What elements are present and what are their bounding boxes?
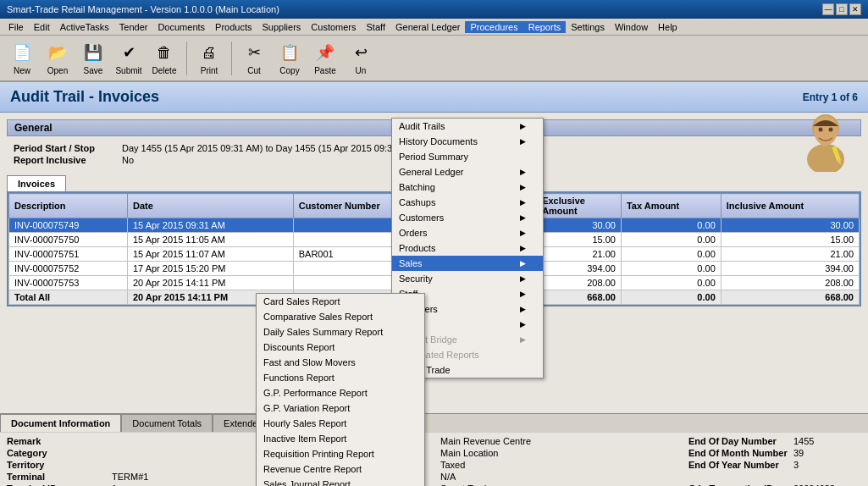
cell-5: 0.00 <box>621 233 721 247</box>
cell-1: 17 Apr 2015 15:20 PM <box>127 262 293 276</box>
submit-button[interactable]: ✔ Submit <box>113 39 144 77</box>
period-value: Day 1455 (15 Apr 2015 09:31 AM) to Day 1… <box>122 143 417 153</box>
menu-sales-sub[interactable]: Sales▶ <box>392 256 543 271</box>
menu-products[interactable]: Products <box>210 21 257 33</box>
page-title: Audit Trail - Invoices <box>10 88 159 106</box>
bottom-info: Remark Revenue Centre Main Revenue Centr… <box>0 432 868 486</box>
cell-4: 394.00 <box>537 262 622 276</box>
close-button[interactable]: ✕ <box>849 3 861 15</box>
cut-button[interactable]: ✂ Cut <box>239 39 269 77</box>
bottom-tab-doc-info[interactable]: Document Information <box>0 414 121 432</box>
cell-1: 15 Apr 2015 09:31 AM <box>127 218 293 233</box>
menu-documents[interactable]: Documents <box>152 21 210 33</box>
sales-hourly[interactable]: Hourly Sales Report <box>257 416 424 431</box>
menu-history-documents[interactable]: History Documents▶ <box>392 134 543 149</box>
menu-customers-sub[interactable]: Customers▶ <box>392 210 543 225</box>
cell-0: Total All <box>9 290 128 305</box>
bottom-tabs: Document Information Document Totals Ext… <box>0 413 868 432</box>
cell-6: 15.00 <box>721 233 859 247</box>
sales-comparative[interactable]: Comparative Sales Report <box>257 309 424 324</box>
menu-orders[interactable]: Orders▶ <box>392 225 543 240</box>
save-button[interactable]: 💾 Save <box>78 39 108 77</box>
tax-exempted-value: Taxed <box>440 460 685 470</box>
sales-card-sales[interactable]: Card Sales Report <box>257 294 424 309</box>
sales-functions[interactable]: Functions Report <box>257 370 424 385</box>
card-type-value: N/A <box>440 472 685 482</box>
sales-discounts[interactable]: Discounts Report <box>257 340 424 355</box>
empty-label <box>688 472 790 482</box>
sales-requisition[interactable]: Requisition Printing Report <box>257 446 424 461</box>
delete-button[interactable]: 🗑 Delete <box>149 39 180 77</box>
menu-security[interactable]: Security▶ <box>392 271 543 286</box>
undo-button[interactable]: ↩ Un <box>346 39 376 77</box>
period-label: Period Start / Stop <box>14 143 115 153</box>
minimize-button[interactable]: — <box>822 3 834 15</box>
cell-6: 394.00 <box>721 262 859 276</box>
delete-icon: 🗑 <box>152 41 176 64</box>
sales-revenue-centre[interactable]: Revenue Centre Report <box>257 461 424 477</box>
menu-file[interactable]: File <box>3 21 29 33</box>
cell-5: 0.00 <box>621 290 721 305</box>
cell-6: 668.00 <box>721 290 859 305</box>
menu-activetasks[interactable]: ActiveTasks <box>55 21 114 33</box>
window-controls[interactable]: — □ ✕ <box>822 3 861 15</box>
cell-1: 15 Apr 2015 11:05 AM <box>127 233 293 247</box>
end-of-year-value: 3 <box>793 460 861 470</box>
menu-products-sub[interactable]: Products▶ <box>392 240 543 256</box>
restore-button[interactable]: □ <box>836 3 848 15</box>
print-icon: 🖨 <box>197 41 221 64</box>
remark-label: Remark <box>7 436 108 446</box>
sales-daily-summary[interactable]: Daily Sales Summary Report <box>257 324 424 340</box>
menu-reports[interactable]: Reports <box>523 21 567 33</box>
terminal-label: Terminal <box>7 472 108 482</box>
cell-1: 15 Apr 2015 11:07 AM <box>127 247 293 262</box>
cell-0: INV-000075749 <box>9 218 128 233</box>
toolbar-separator-1 <box>186 41 187 75</box>
menu-general-ledger[interactable]: General Ledger <box>390 21 465 33</box>
sales-journal[interactable]: Sales Journal Report <box>257 477 424 486</box>
undo-label: Un <box>356 66 367 75</box>
menu-procedures[interactable]: Procedures <box>465 21 522 33</box>
menu-cashups[interactable]: Cashups▶ <box>392 195 543 210</box>
cell-1: 20 Apr 2015 14:11 PM <box>127 276 293 290</box>
title-bar: Smart-Trade Retail Management - Version … <box>0 0 868 19</box>
menu-batching[interactable]: Batching▶ <box>392 179 543 195</box>
tab-invoices[interactable]: Invoices <box>7 175 66 191</box>
sales-gp-performance[interactable]: G.P. Performance Report <box>257 385 424 400</box>
cell-6: 30.00 <box>721 218 859 233</box>
sales-gp-variation[interactable]: G.P. Variation Report <box>257 400 424 416</box>
cell-5: 0.00 <box>621 247 721 262</box>
menu-window[interactable]: Window <box>610 21 653 33</box>
open-button[interactable]: 📂 Open <box>42 39 73 77</box>
menu-staff[interactable]: Staff <box>362 21 390 33</box>
paste-button[interactable]: 📌 Paste <box>310 39 340 77</box>
cell-5: 0.00 <box>621 276 721 290</box>
menu-settings[interactable]: Settings <box>566 21 610 33</box>
open-label: Open <box>47 66 68 75</box>
sales-submenu[interactable]: Card Sales Report Comparative Sales Repo… <box>256 293 425 486</box>
menu-period-summary[interactable]: Period Summary <box>392 149 543 164</box>
cell-4: 668.00 <box>537 290 622 305</box>
menu-general-ledger-sub[interactable]: General Ledger▶ <box>392 164 543 179</box>
new-button[interactable]: 📄 New <box>7 39 37 77</box>
cell-0: INV-000075753 <box>9 276 128 290</box>
menu-customers[interactable]: Customers <box>306 21 361 33</box>
col-exclusive-amount: ExclusiveAmount <box>537 194 622 218</box>
new-icon: 📄 <box>10 41 34 64</box>
submit-label: Submit <box>115 66 141 75</box>
menu-tender[interactable]: Tender <box>114 21 153 33</box>
bottom-tab-doc-totals[interactable]: Document Totals <box>121 414 213 432</box>
end-of-year-label: End Of Year Number <box>688 460 790 470</box>
col-tax-amount: Tax Amount <box>621 194 721 218</box>
menu-help[interactable]: Help <box>653 21 683 33</box>
print-button[interactable]: 🖨 Print <box>194 39 224 77</box>
menu-edit[interactable]: Edit <box>29 21 55 33</box>
app-title: Smart-Trade Retail Management - Version … <box>7 4 279 14</box>
copy-button[interactable]: 📋 Copy <box>274 39 305 77</box>
end-of-day-value: 1455 <box>793 436 861 446</box>
sales-fast-slow[interactable]: Fast and Slow Movers <box>257 355 424 370</box>
sales-inactive[interactable]: Inactive Item Report <box>257 431 424 446</box>
cell-5: 0.00 <box>621 262 721 276</box>
menu-suppliers[interactable]: Suppliers <box>257 21 306 33</box>
menu-audit-trails[interactable]: Audit Trails▶ <box>392 119 543 134</box>
